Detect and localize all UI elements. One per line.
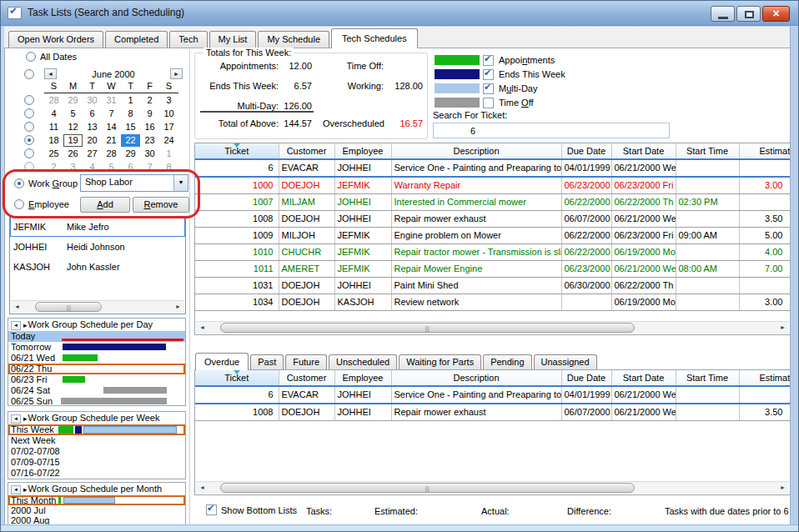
column-header-due-date[interactable]: Due Date [561, 143, 611, 159]
scroll-left-icon[interactable]: ◄ [196, 322, 209, 334]
scroll-thumb[interactable] [220, 483, 635, 493]
calendar-day[interactable]: 16 [140, 121, 159, 133]
schedule-row[interactable]: Next Week [8, 435, 185, 446]
month-radio[interactable] [24, 69, 34, 79]
employee-option[interactable]: Employee [14, 199, 69, 209]
schedule-row[interactable]: 06/24 Sat [8, 385, 185, 396]
calendar-day[interactable]: 19 [63, 134, 83, 147]
table-row[interactable]: 6EVACARJOHHEIService One - Painting and … [195, 159, 790, 177]
calendar-day[interactable]: 20 [83, 134, 102, 147]
schedule-row[interactable]: 07/16-07/22 [8, 468, 185, 479]
table-row[interactable]: 1034DOEJOHKASJOHReview network06/19/2000… [195, 294, 790, 311]
calendar-day[interactable]: 26 [63, 148, 83, 160]
calendar-day[interactable]: 30 [83, 94, 102, 107]
schedule-row[interactable]: This Month [8, 495, 185, 505]
calendar-day[interactable]: 15 [121, 121, 140, 133]
calendar-day[interactable]: 5 [63, 108, 83, 120]
calendar-day[interactable]: 23 [140, 134, 159, 147]
employee-radio[interactable] [14, 199, 24, 209]
scroll-left-icon[interactable]: ◄ [11, 301, 23, 313]
week-radio[interactable] [24, 108, 34, 118]
week-radio[interactable] [24, 135, 34, 145]
table-row[interactable]: 1007MILJAMJOHHEIInterested in Commercial… [195, 194, 790, 211]
next-month-icon[interactable]: ► [170, 68, 183, 79]
tab-waiting-for-parts[interactable]: Waiting for Parts [399, 354, 481, 369]
column-header-description[interactable]: Description [391, 370, 561, 386]
scroll-right-icon[interactable]: ► [776, 322, 789, 334]
calendar-day[interactable]: 7 [140, 161, 159, 173]
employee-row[interactable]: KASJOHJohn Kassler [10, 257, 185, 277]
work-group-dropdown[interactable]: Shop Labor ▼ [80, 174, 188, 192]
week-radio[interactable] [24, 95, 34, 105]
calendar-day[interactable]: 31 [102, 94, 121, 107]
column-header-description[interactable]: Description [391, 143, 561, 159]
calendar-day[interactable]: 1 [159, 148, 178, 160]
scroll-right-icon[interactable]: ► [172, 301, 184, 313]
schedule-row[interactable]: 07/02-07/08 [8, 446, 185, 457]
legend-checkbox[interactable] [483, 55, 494, 66]
calendar-day[interactable]: 29 [63, 94, 83, 107]
collapse-icon[interactable]: ◄ [11, 485, 21, 494]
table-row[interactable]: 1008DOEJOHJOHHEIRepair mower exhaust06/0… [195, 404, 790, 421]
maximize-button[interactable] [736, 6, 761, 22]
tab-pending[interactable]: Pending [483, 354, 531, 369]
calendar-day[interactable]: 7 [102, 108, 121, 120]
schedule-row[interactable]: 06/23 Fri [8, 374, 185, 385]
calendar-day[interactable]: 6 [121, 161, 140, 173]
dropdown-arrow-icon[interactable]: ▼ [173, 175, 188, 191]
calendar-day[interactable]: 30 [140, 148, 159, 160]
calendar-day[interactable]: 14 [102, 121, 121, 133]
calendar-day[interactable]: 22 [121, 134, 140, 147]
week-radio[interactable] [24, 148, 34, 158]
column-header-employee[interactable]: Employee [334, 143, 391, 159]
tab-my-schedule[interactable]: My Schedule [258, 31, 329, 48]
column-header-ticket[interactable]: Ticket [195, 370, 279, 386]
calendar-day[interactable]: 3 [159, 94, 178, 107]
tab-completed[interactable]: Completed [105, 31, 168, 48]
column-header-start-date[interactable]: Start Date [611, 370, 676, 386]
column-header-start-date[interactable]: Start Date [611, 143, 676, 159]
schedule-row[interactable]: 2000 Jul [8, 505, 185, 515]
collapse-icon[interactable]: ◄ [11, 414, 21, 424]
calendar-day[interactable]: 8 [121, 108, 140, 120]
column-header-customer[interactable]: Customer [279, 370, 334, 386]
schedule-row[interactable]: 06/21 Wed [8, 353, 185, 364]
calendar-day[interactable]: 3 [63, 161, 83, 173]
column-header-start-time[interactable]: Start Time [676, 143, 739, 159]
remove-button[interactable]: Remove [133, 197, 189, 213]
calendar-day[interactable]: 10 [159, 108, 178, 120]
calendar-day[interactable]: 5 [102, 161, 121, 173]
schedule-row[interactable]: 06/22 Thu [8, 364, 185, 374]
calendar-day[interactable]: 4 [44, 108, 63, 120]
tab-unassigned[interactable]: Unassigned [534, 354, 597, 369]
title-bar[interactable]: Task Lists (Search and Scheduling) [1, 1, 798, 26]
column-header-ticket[interactable]: Ticket [195, 143, 279, 159]
scroll-right-icon[interactable]: ► [776, 482, 789, 494]
show-bottom-lists-option[interactable]: Show Bottom Lists [206, 504, 297, 515]
prev-month-icon[interactable]: ◄ [44, 68, 57, 79]
calendar-day[interactable]: 12 [63, 121, 83, 133]
column-header-customer[interactable]: Customer [279, 143, 334, 159]
calendar-day[interactable]: 2 [140, 94, 159, 107]
calendar-day[interactable]: 25 [44, 148, 63, 160]
table-row[interactable]: 6EVACARJOHHEIService One - Painting and … [195, 386, 790, 404]
employee-row[interactable]: JOHHEIHeidi Johnson [10, 237, 185, 257]
calendar-day[interactable]: 18 [44, 134, 63, 147]
calendar-day[interactable]: 21 [102, 134, 121, 147]
column-header-due-date[interactable]: Due Date [561, 370, 611, 386]
tab-tech[interactable]: Tech [169, 31, 207, 48]
scroll-thumb[interactable] [220, 323, 635, 333]
calendar-day[interactable]: 11 [44, 121, 63, 133]
table-row[interactable]: 1031DOEJOHJOHHEIPaint Mini Shed06/30/200… [195, 278, 790, 294]
calendar-day[interactable]: 6 [83, 108, 102, 120]
calendar-day[interactable]: 2 [44, 161, 63, 173]
schedule-row[interactable]: 06/25 Sun [8, 396, 185, 406]
work-group-option[interactable]: Work Group [14, 178, 78, 188]
column-header-employee[interactable]: Employee [334, 370, 391, 386]
calendar-day[interactable]: 28 [102, 148, 121, 160]
schedule-row[interactable]: Today [8, 331, 185, 342]
tab-tech-schedules[interactable]: Tech Schedules [331, 28, 418, 48]
calendar-day[interactable]: 4 [83, 161, 102, 173]
collapse-icon[interactable]: ◄ [11, 321, 21, 330]
close-button[interactable] [762, 6, 790, 22]
